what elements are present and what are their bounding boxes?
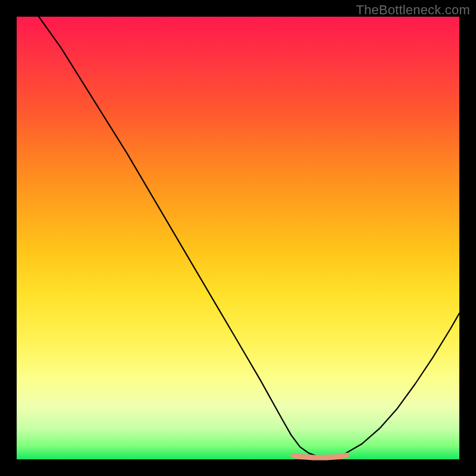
optimal-flat-segment: [293, 455, 346, 458]
curve-layer: [17, 17, 459, 459]
bottleneck-curve: [39, 17, 459, 457]
watermark-text: TheBottleneck.com: [356, 2, 470, 18]
chart-frame: TheBottleneck.com: [0, 0, 476, 476]
plot-area: [17, 17, 459, 459]
